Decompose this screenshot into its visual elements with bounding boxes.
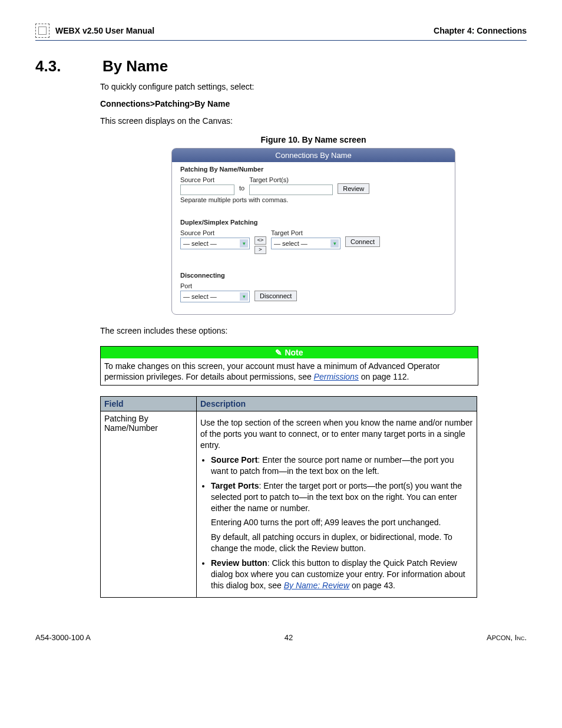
chevron-down-icon: ▾ (240, 239, 248, 248)
ss-source-label: Source Port (180, 176, 234, 183)
chevron-down-icon: ▾ (240, 292, 248, 301)
ss-dup-target-label: Target Port (271, 229, 340, 236)
to-label: to (239, 176, 244, 192)
td-field-name: Patching By Name/Number (101, 411, 197, 597)
section-heading: 4.3. By Name (35, 57, 527, 75)
th-field: Field (101, 397, 197, 411)
section-title: By Name (103, 57, 168, 75)
section-number: 4.3. (35, 57, 100, 75)
canvas-text: This screen displays on the Canvas: (100, 116, 527, 127)
td-description: Use the top section of the screen when y… (197, 411, 477, 597)
header-right: Chapter 4: Connections (434, 26, 527, 35)
disconnect-button[interactable]: Disconnect (254, 291, 297, 301)
permissions-link[interactable]: Permissions (314, 372, 359, 381)
disc-port-select[interactable]: — select — ▾ (180, 291, 250, 302)
header-left: WEBX v2.50 User Manual (55, 26, 154, 35)
ss-target-label: Target Port(s) (249, 176, 333, 183)
connect-button[interactable]: Connect (345, 236, 380, 247)
ss-disc-port-label: Port (180, 282, 297, 289)
note-body: To make changes on this screen, your acc… (101, 358, 478, 386)
ss-disc-heading: Disconnecting (180, 272, 447, 279)
note-icon: ✎ (275, 348, 285, 357)
source-port-input[interactable] (180, 185, 234, 195)
page-header: WEBX v2.50 User Manual Chapter 4: Connec… (35, 24, 527, 41)
note-box: ✎ Note To make changes on this screen, y… (100, 346, 478, 386)
th-description: Description (197, 397, 477, 411)
embedded-screenshot: Connections By Name Patching By Name/Num… (171, 148, 455, 315)
dup-source-select[interactable]: — select — ▾ (180, 238, 250, 249)
intro-text: To quickly configure patch settings, sel… (100, 81, 527, 93)
note-header: ✎ Note (101, 347, 478, 358)
ss-hint: Separate multiple ports with commas. (180, 196, 447, 203)
field-description-table: Field Description Patching By Name/Numbe… (100, 396, 477, 597)
review-button[interactable]: Review (338, 183, 369, 194)
ss-dup-source-label: Source Port (180, 229, 250, 236)
target-ports-input[interactable] (249, 185, 333, 195)
footer-right: APCON, Inc. (487, 633, 527, 642)
bidirectional-button[interactable]: <> (254, 236, 266, 245)
body-content: To quickly configure patch settings, sel… (100, 81, 527, 598)
figure-caption: Figure 10. By Name screen (100, 135, 527, 144)
ss-duplex-heading: Duplex/Simplex Patching (180, 219, 447, 226)
doc-chip-icon (35, 24, 49, 38)
dup-target-select[interactable]: — select — ▾ (271, 238, 340, 249)
chevron-down-icon: ▾ (330, 239, 339, 248)
footer-page-number: 42 (91, 633, 487, 642)
breadcrumb-path: Connections>Patching>By Name (100, 98, 527, 110)
ss-patchnn-heading: Patching By Name/Number (180, 166, 447, 173)
page-footer: A54-3000-100 A 42 APCON, Inc. (35, 633, 527, 642)
ss-title-bar: Connections By Name (172, 149, 455, 162)
right-arrow-button[interactable]: > (254, 246, 266, 254)
by-name-review-link[interactable]: By Name: Review (284, 581, 349, 590)
footer-left: A54-3000-100 A (35, 633, 91, 642)
options-intro: The screen includes these options: (100, 325, 527, 337)
